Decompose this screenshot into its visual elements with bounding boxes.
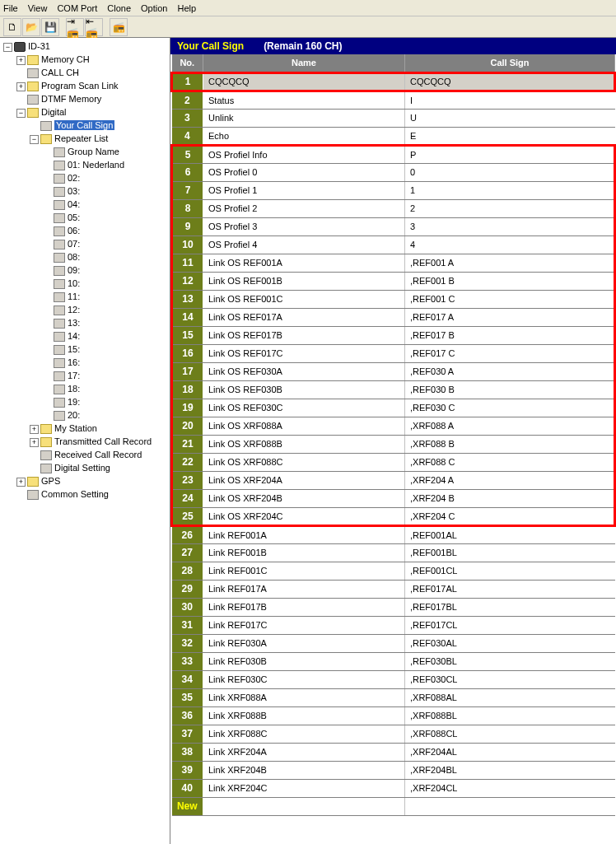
- row-name[interactable]: Link OS REF017B: [203, 326, 405, 344]
- row-callsign[interactable]: ,XRF088 C: [405, 453, 615, 471]
- row-callsign[interactable]: ,XRF088 A: [405, 417, 615, 435]
- row-callsign[interactable]: 2: [405, 199, 615, 217]
- table-row[interactable]: 19Link OS REF030C,REF030 C: [172, 399, 615, 417]
- table-row[interactable]: 5OS Profiel InfoP: [172, 145, 615, 163]
- expander-icon[interactable]: −: [16, 109, 26, 118]
- tree-view[interactable]: −ID-31+Memory CHCALL CH+Program Scan Lin…: [0, 38, 170, 844]
- row-callsign[interactable]: ,XRF088AL: [405, 688, 615, 706]
- row-name[interactable]: Link REF001A: [203, 525, 405, 543]
- tree-item[interactable]: +Program Scan Link: [2, 79, 168, 92]
- row-name[interactable]: Link REF030C: [203, 670, 405, 688]
- tree-item[interactable]: +My Station: [2, 422, 168, 435]
- tree-item[interactable]: 07:: [2, 237, 168, 250]
- table-row[interactable]: 4EchoE: [172, 127, 615, 145]
- table-row[interactable]: 6OS Profiel 00: [172, 163, 615, 181]
- row-callsign[interactable]: ,REF030 B: [405, 380, 615, 399]
- table-row[interactable]: 12Link OS REF001B,REF001 B: [172, 272, 615, 290]
- row-name[interactable]: Link OS XRF088B: [203, 435, 405, 453]
- table-row[interactable]: 18Link OS REF030B,REF030 B: [172, 380, 615, 399]
- table-row[interactable]: 3UnlinkU: [172, 109, 615, 127]
- row-callsign[interactable]: ,REF001 C: [405, 290, 615, 308]
- tree-item[interactable]: 20:: [2, 408, 168, 422]
- table-row[interactable]: 38Link XRF204A,XRF204AL: [172, 743, 615, 761]
- col-no[interactable]: No.: [172, 54, 203, 72]
- row-callsign[interactable]: ,REF030AL: [405, 634, 615, 652]
- row-callsign[interactable]: ,REF017AL: [405, 580, 615, 598]
- row-name[interactable]: OS Profiel Info: [203, 145, 405, 163]
- row-name[interactable]: Link OS REF030C: [203, 399, 405, 417]
- open-icon[interactable]: 📂: [22, 18, 40, 36]
- tree-item[interactable]: +GPS: [2, 474, 168, 487]
- tree-item[interactable]: Your Call Sign: [2, 119, 168, 132]
- table-row[interactable]: 2StatusI: [172, 91, 615, 109]
- row-callsign[interactable]: ,XRF088 B: [405, 435, 615, 453]
- row-name[interactable]: OS Profiel 1: [203, 181, 405, 199]
- row-name[interactable]: Link XRF088B: [203, 706, 405, 725]
- row-callsign[interactable]: ,REF017CL: [405, 616, 615, 634]
- row-name[interactable]: Link OS REF030A: [203, 362, 405, 380]
- tree-item[interactable]: 18:: [2, 382, 168, 395]
- table-row[interactable]: 29Link REF017A,REF017AL: [172, 580, 615, 598]
- row-callsign[interactable]: ,REF017 B: [405, 326, 615, 344]
- table-row[interactable]: 13Link OS REF001C,REF001 C: [172, 290, 615, 308]
- row-name[interactable]: Link OS XRF088C: [203, 453, 405, 471]
- row-name[interactable]: Link REF030A: [203, 634, 405, 652]
- row-name[interactable]: Link OS XRF204A: [203, 471, 405, 489]
- row-callsign[interactable]: ,XRF204CL: [405, 779, 615, 797]
- row-callsign[interactable]: ,REF001 B: [405, 272, 615, 290]
- row-callsign[interactable]: 4: [405, 235, 615, 254]
- table-row[interactable]: 34Link REF030C,REF030CL: [172, 670, 615, 688]
- tree-item[interactable]: 03:: [2, 184, 168, 198]
- row-name[interactable]: Status: [203, 91, 405, 109]
- row-name[interactable]: OS Profiel 2: [203, 199, 405, 217]
- row-name[interactable]: Link OS REF001C: [203, 290, 405, 308]
- row-name[interactable]: Link OS REF030B: [203, 380, 405, 399]
- menu-option[interactable]: Option: [141, 3, 167, 13]
- col-callsign[interactable]: Call Sign: [405, 54, 615, 72]
- tree-item[interactable]: Digital Setting: [2, 461, 168, 474]
- tree-item[interactable]: 09:: [2, 263, 168, 277]
- expander-icon[interactable]: +: [30, 425, 39, 434]
- row-name[interactable]: OS Profiel 0: [203, 163, 405, 181]
- table-row[interactable]: 8OS Profiel 22: [172, 199, 615, 217]
- row-name[interactable]: Link REF030B: [203, 652, 405, 670]
- row-callsign[interactable]: ,REF030 C: [405, 399, 615, 417]
- row-callsign[interactable]: ,REF001CL: [405, 562, 615, 580]
- row-name[interactable]: Link REF017A: [203, 580, 405, 598]
- download-icon[interactable]: ⇤📻: [85, 18, 103, 36]
- row-callsign[interactable]: ,REF030BL: [405, 652, 615, 670]
- tree-item[interactable]: 13:: [2, 316, 168, 329]
- table-row[interactable]: 17Link OS REF030A,REF030 A: [172, 362, 615, 380]
- table-row[interactable]: 20Link OS XRF088A,XRF088 A: [172, 417, 615, 435]
- row-callsign[interactable]: ,REF030 A: [405, 362, 615, 380]
- table-row[interactable]: 40Link XRF204C,XRF204CL: [172, 779, 615, 797]
- row-name[interactable]: Link OS XRF204C: [203, 507, 405, 525]
- table-row[interactable]: 39Link XRF204B,XRF204BL: [172, 761, 615, 779]
- row-callsign[interactable]: E: [405, 127, 615, 145]
- tree-item[interactable]: 01: Nederland: [2, 158, 168, 171]
- tree-item[interactable]: −Repeater List: [2, 132, 168, 145]
- expander-icon[interactable]: +: [30, 438, 39, 447]
- row-callsign[interactable]: 0: [405, 163, 615, 181]
- table-row[interactable]: 27Link REF001B,REF001BL: [172, 543, 615, 562]
- tree-item[interactable]: 10:: [2, 277, 168, 290]
- tree-item[interactable]: 19:: [2, 395, 168, 408]
- table-row[interactable]: 16Link OS REF017C,REF017 C: [172, 344, 615, 362]
- expander-icon[interactable]: −: [30, 135, 39, 144]
- table-row[interactable]: 15Link OS REF017B,REF017 B: [172, 326, 615, 344]
- tree-item[interactable]: 11:: [2, 290, 168, 303]
- tree-root[interactable]: ID-31: [28, 41, 50, 51]
- tree-item[interactable]: 17:: [2, 369, 168, 382]
- row-callsign[interactable]: CQCQCQ: [405, 72, 615, 91]
- expander-icon[interactable]: +: [16, 478, 26, 487]
- tree-item[interactable]: Common Setting: [2, 487, 168, 501]
- table-row[interactable]: 35Link XRF088A,XRF088AL: [172, 688, 615, 706]
- row-callsign[interactable]: ,REF030CL: [405, 670, 615, 688]
- table-row[interactable]: 37Link XRF088C,XRF088CL: [172, 725, 615, 743]
- tree-item[interactable]: 04:: [2, 198, 168, 211]
- row-callsign[interactable]: ,XRF204BL: [405, 761, 615, 779]
- row-name[interactable]: OS Profiel 3: [203, 217, 405, 235]
- row-name[interactable]: Link REF017B: [203, 598, 405, 616]
- row-name[interactable]: Link REF001B: [203, 543, 405, 562]
- row-name[interactable]: Link XRF088A: [203, 688, 405, 706]
